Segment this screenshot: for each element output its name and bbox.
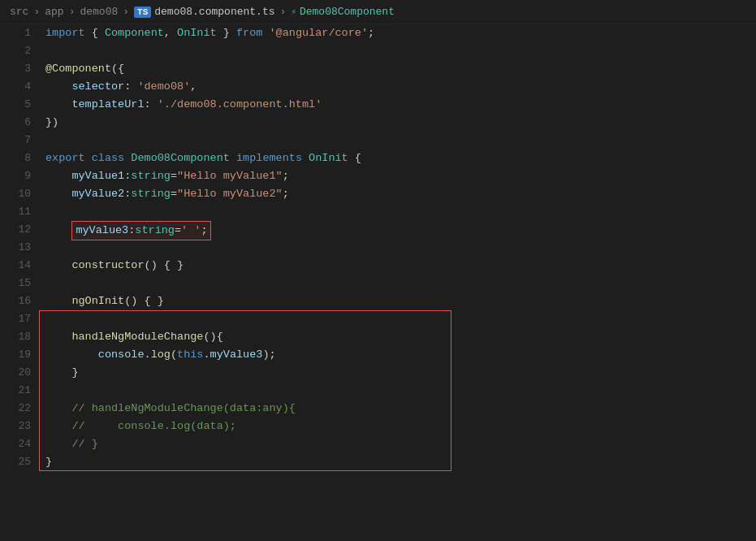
bc-demo08: demo08 <box>80 6 118 18</box>
ln-23: 23 <box>0 418 31 435</box>
ln-3: 3 <box>0 60 31 78</box>
code-line-15 <box>45 275 756 292</box>
code-line-23: // console.log(data); <box>45 418 756 435</box>
breadcrumb-bar: src › app › demo08 › TS demo08.component… <box>0 0 756 24</box>
code-line-7 <box>45 132 756 149</box>
code-line-6: }) <box>45 114 756 132</box>
code-line-5: templateUrl: './demo08.component.html' <box>45 96 756 114</box>
code-line-18: handleNgModuleChange(){ <box>45 328 756 346</box>
ln-9: 9 <box>0 167 31 185</box>
ln-17: 17 <box>0 310 31 328</box>
code-line-20: } <box>45 364 756 382</box>
code-line-11 <box>45 203 756 221</box>
ln-6: 6 <box>0 114 31 132</box>
bc-ts-icon: TS <box>134 6 151 18</box>
ln-20: 20 <box>0 364 31 382</box>
ln-21: 21 <box>0 382 31 400</box>
code-line-19: console.log(this.myValue3); <box>45 346 756 364</box>
code-line-10: myValue2:string="Hello myValue2"; <box>45 185 756 203</box>
bc-sep3: › <box>123 6 129 18</box>
code-line-8: export class Demo08Component implements … <box>45 149 756 167</box>
bc-sep1: › <box>33 6 40 18</box>
bc-app: app <box>45 6 63 18</box>
code-line-24: // } <box>45 435 756 453</box>
code-area: 1 2 3 4 5 6 7 8 9 10 11 12 13 14 15 16 1… <box>0 24 756 541</box>
ln-5: 5 <box>0 96 31 114</box>
bc-sep2: › <box>69 6 76 18</box>
code-line-4: selector: 'demo08', <box>45 78 756 96</box>
code-line-17 <box>45 310 756 328</box>
code-line-16: ngOnInit() { } <box>45 292 756 310</box>
bc-filename: demo08.component.ts <box>154 6 274 18</box>
ln-19: 19 <box>0 346 31 364</box>
ln-2: 2 <box>0 42 31 60</box>
ln-12: 12 <box>0 221 31 239</box>
ln-1: 1 <box>0 24 31 42</box>
bc-component-icon: ⚡ <box>291 6 296 17</box>
code-line-1: import { Component, OnInit } from '@angu… <box>45 24 756 42</box>
ln-25: 25 <box>0 453 31 471</box>
code-line-3: @Component({ <box>45 60 756 78</box>
bc-component-name: Demo08Component <box>300 6 395 18</box>
ln-24: 24 <box>0 435 31 453</box>
ln-22: 22 <box>0 400 31 418</box>
ln-15: 15 <box>0 275 31 292</box>
bc-sep4: › <box>280 6 287 18</box>
ln-13: 13 <box>0 239 31 257</box>
code-line-13 <box>45 239 756 257</box>
ln-11: 11 <box>0 203 31 221</box>
code-line-2 <box>45 42 756 60</box>
ln-18: 18 <box>0 328 31 346</box>
code-content: import { Component, OnInit } from '@angu… <box>39 24 756 541</box>
code-line-14: constructor() { } <box>45 257 756 275</box>
line-numbers: 1 2 3 4 5 6 7 8 9 10 11 12 13 14 15 16 1… <box>0 24 39 541</box>
code-line-9: myValue1:string="Hello myValue1"; <box>45 167 756 185</box>
ln-14: 14 <box>0 257 31 275</box>
code-line-21 <box>45 382 756 400</box>
code-line-25: } <box>45 453 756 471</box>
code-line-12: myValue3:string=' '; <box>45 221 756 239</box>
ln-16: 16 <box>0 292 31 310</box>
code-line-22: // handleNgModuleChange(data:any){ <box>45 400 756 418</box>
bc-src: src <box>10 6 28 18</box>
ln-4: 4 <box>0 78 31 96</box>
ln-10: 10 <box>0 185 31 203</box>
ln-8: 8 <box>0 149 31 167</box>
ln-7: 7 <box>0 132 31 149</box>
